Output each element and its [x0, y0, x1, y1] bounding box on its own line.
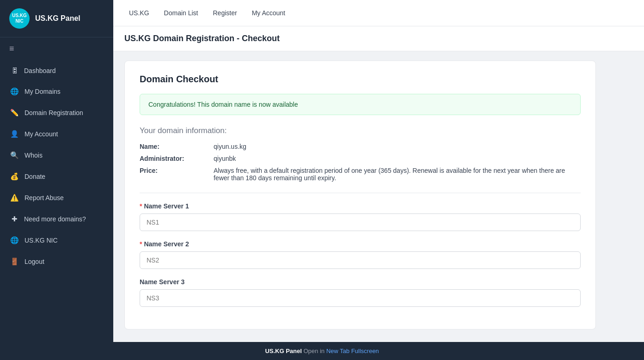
domain-registration-icon: ✏️	[10, 109, 19, 117]
sidebar-item-logout[interactable]: 🚪Logout	[0, 251, 113, 272]
my-domains-icon: 🌐	[10, 87, 19, 96]
domain-admin-label: Administrator:	[140, 155, 214, 162]
domain-admin-value: qiyunbk	[214, 155, 236, 162]
card-title: Domain Checkout	[140, 74, 581, 85]
sidebar-item-donate[interactable]: 💰Donate	[0, 166, 113, 187]
sidebar-item-label-logout: Logout	[25, 258, 44, 265]
footer-app-name: US.KG Panel	[265, 348, 301, 354]
sidebar-item-label-need-more-domains: Need more domains?	[24, 215, 86, 223]
sidebar-nav: 🎛Dashboard🌐My Domains✏️Domain Registrati…	[0, 60, 113, 272]
checkout-card: Domain Checkout Congratulations! This do…	[124, 61, 596, 329]
sidebar-logo: US.KG NIC US.KG Panel	[0, 0, 113, 37]
sidebar-item-label-dashboard: Dashboard	[24, 67, 56, 74]
success-alert: Congratulations! This domain name is now…	[140, 94, 581, 115]
sidebar-title: US.KG Panel	[35, 14, 80, 23]
logout-icon: 🚪	[10, 257, 19, 266]
name-server-3-input[interactable]	[140, 289, 581, 307]
report-abuse-icon: ⚠️	[10, 194, 19, 202]
top-nav: US.KGDomain ListRegisterMy Account	[113, 0, 644, 26]
domain-info-row-price: Price: Always free, with a default regis…	[140, 167, 581, 182]
sidebar: US.KG NIC US.KG Panel ≡ 🎛Dashboard🌐My Do…	[0, 0, 113, 342]
sidebar-item-label-report-abuse: Report Abuse	[25, 194, 64, 201]
sidebar-item-my-domains[interactable]: 🌐My Domains	[0, 81, 113, 102]
name-server-1-group: * Name Server 1	[140, 202, 581, 231]
footer-new-tab-link[interactable]: New Tab	[326, 348, 350, 354]
name-server-3-group: Name Server 3	[140, 278, 581, 307]
domain-price-label: Price:	[140, 167, 214, 182]
name-server-2-group: * Name Server 2	[140, 240, 581, 269]
name-server-1-label: * Name Server 1	[140, 202, 581, 210]
required-star-2: *	[140, 240, 142, 248]
sidebar-item-label-domain-registration: Domain Registration	[25, 109, 83, 116]
topnav-item-us-kg[interactable]: US.KG	[123, 6, 156, 20]
sidebar-item-label-my-account: My Account	[25, 130, 58, 138]
page-title: US.KG Domain Registration - Checkout	[124, 34, 280, 43]
topnav-item-domain-list[interactable]: Domain List	[158, 6, 205, 20]
domain-name-label: Name:	[140, 143, 214, 150]
domain-info-row-name: Name: qiyun.us.kg	[140, 143, 581, 150]
sidebar-item-dashboard[interactable]: 🎛Dashboard	[0, 60, 113, 81]
name-server-1-input[interactable]	[140, 214, 581, 231]
domain-info-table: Name: qiyun.us.kg Administrator: qiyunbk…	[140, 143, 581, 182]
sidebar-item-label-uskg-nic: US.KG NIC	[25, 237, 58, 244]
domain-info-row-admin: Administrator: qiyunbk	[140, 155, 581, 162]
donate-icon: 💰	[10, 172, 19, 181]
sidebar-item-uskg-nic[interactable]: 🌐US.KG NIC	[0, 230, 113, 251]
footer-text-middle: Open in	[304, 348, 326, 354]
my-account-icon: 👤	[10, 130, 19, 138]
sidebar-item-need-more-domains[interactable]: ✚Need more domains?	[0, 208, 113, 230]
footer: US.KG Panel Open in New Tab Fullscreen	[0, 342, 644, 360]
domain-name-value: qiyun.us.kg	[214, 143, 246, 150]
sidebar-item-my-account[interactable]: 👤My Account	[0, 123, 113, 145]
hamburger-icon[interactable]: ≡	[0, 37, 113, 60]
domain-price-value: Always free, with a default registration…	[214, 167, 581, 182]
sidebar-item-label-donate: Donate	[25, 173, 45, 180]
topnav-item-register[interactable]: Register	[207, 6, 244, 20]
dashboard-icon: 🎛	[10, 67, 18, 74]
sidebar-item-label-my-domains: My Domains	[25, 88, 61, 95]
topnav-item-my-account[interactable]: My Account	[245, 6, 292, 20]
uskg-nic-icon: 🌐	[10, 236, 19, 244]
divider	[140, 193, 581, 193]
name-server-2-input[interactable]	[140, 251, 581, 269]
name-server-2-label: * Name Server 2	[140, 240, 581, 248]
name-server-3-label: Name Server 3	[140, 278, 581, 286]
logo-icon: US.KG NIC	[9, 8, 30, 29]
footer-fullscreen-link[interactable]: Fullscreen	[351, 348, 379, 354]
page-header: US.KG Domain Registration - Checkout	[113, 26, 644, 51]
whois-icon: 🔍	[10, 151, 19, 159]
domain-info-title: Your domain information:	[140, 126, 581, 135]
sidebar-item-report-abuse[interactable]: ⚠️Report Abuse	[0, 187, 113, 208]
need-more-domains-icon: ✚	[10, 215, 18, 223]
sidebar-item-domain-registration[interactable]: ✏️Domain Registration	[0, 102, 113, 123]
sidebar-item-whois[interactable]: 🔍Whois	[0, 145, 113, 166]
main-content: US.KGDomain ListRegisterMy Account US.KG…	[113, 0, 644, 342]
content-area: Domain Checkout Congratulations! This do…	[113, 51, 644, 342]
sidebar-item-label-whois: Whois	[25, 152, 43, 159]
required-star-1: *	[140, 202, 142, 210]
